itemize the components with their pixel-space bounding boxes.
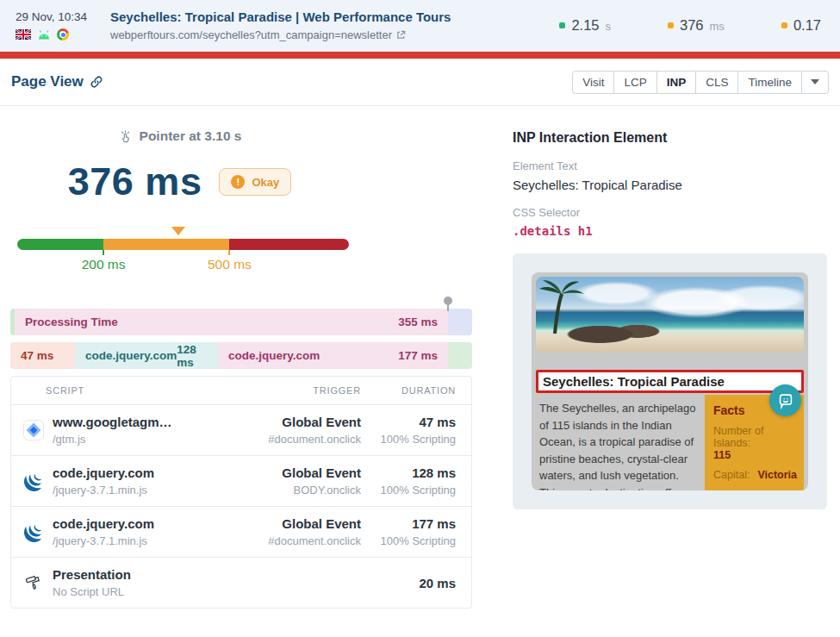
chevron-down-icon xyxy=(811,79,819,84)
page-view-heading: Page View xyxy=(11,73,103,91)
tab-lcp[interactable]: LCP xyxy=(613,71,656,94)
good-threshold-label: 200 ms xyxy=(82,257,126,272)
value-marker-icon xyxy=(171,227,185,235)
fact-row: Capital: Victoria xyxy=(713,469,797,481)
trigger-type: Global Event xyxy=(223,516,361,531)
script-table: Script Trigger Duration www.googletagm… … xyxy=(10,376,472,609)
status-badge-label: Okay xyxy=(252,176,279,189)
trigger-type: Global Event xyxy=(223,415,361,429)
script-path: /jquery-3.7.1.min.js xyxy=(53,484,223,496)
script-path: /jquery-3.7.1.min.js xyxy=(53,534,223,547)
poor-threshold-label: 500 ms xyxy=(208,257,252,272)
metric-unit: s xyxy=(606,20,612,33)
beach-photo xyxy=(536,277,804,353)
alert-circle-icon: ! xyxy=(231,175,245,189)
script-path: /gtm.js xyxy=(53,433,223,446)
duration-value: 20 ms xyxy=(361,576,456,590)
trigger-detail: #document.onclick xyxy=(223,433,361,446)
uk-flag-icon xyxy=(16,29,31,40)
fact-row: Number of Islands: 115 xyxy=(713,425,797,461)
status-badge: ! Okay xyxy=(219,168,291,196)
table-row[interactable]: www.googletagm… /gtm.js Global Event #do… xyxy=(11,404,471,455)
metric-inp[interactable]: 376 ms xyxy=(668,17,725,34)
chrome-icon xyxy=(57,28,69,41)
jquery-icon xyxy=(24,472,44,491)
palm-tree-icon xyxy=(538,278,588,334)
inp-threshold-scale: 200 ms 500 ms xyxy=(17,239,349,276)
duration-detail: 100% Scripting xyxy=(361,534,456,547)
pointer-tap-icon xyxy=(118,129,133,144)
preview-body-text: The Seychelles, an archipelago of 115 is… xyxy=(536,395,705,490)
col-trigger: Trigger xyxy=(223,385,361,396)
metric-value: 2.15 xyxy=(571,17,599,34)
script-segment-gtm[interactable]: 47 ms xyxy=(10,342,75,369)
interaction-breakdown-bars: Processing Time 355 ms 47 ms code.jquery… xyxy=(10,309,472,369)
trigger-detail: #document.onclick xyxy=(223,534,361,547)
end-segment xyxy=(448,342,472,369)
trigger-type: Global Event xyxy=(223,465,361,480)
warn-status-dot xyxy=(668,22,674,28)
presentation-pin-icon xyxy=(444,297,452,305)
chat-smiley-icon xyxy=(776,391,795,410)
trigger-detail: BODY.onclick xyxy=(223,484,361,496)
table-row[interactable]: Presentation No Script URL 20 ms xyxy=(11,557,471,608)
inp-value: 376 ms xyxy=(68,159,202,204)
tab-inp[interactable]: INP xyxy=(656,71,697,94)
table-row[interactable]: code.jquery.com /jquery-3.7.1.min.js Glo… xyxy=(11,506,471,557)
metric-value: 0.17 xyxy=(793,17,821,34)
tab-timeline[interactable]: Timeline xyxy=(737,71,802,94)
fact-row: Language: Seychellois Creole, English xyxy=(713,489,797,490)
panel-title: INP Interaction Element xyxy=(513,130,827,146)
external-link-icon[interactable] xyxy=(396,30,406,40)
processing-value: 355 ms xyxy=(398,315,438,328)
page-preview-card: Seychelles: Tropical Paradise The Seyche… xyxy=(532,272,808,490)
google-tag-manager-icon xyxy=(23,420,44,440)
duration-detail: 100% Scripting xyxy=(361,433,456,446)
col-script: Script xyxy=(46,385,223,396)
link-icon[interactable] xyxy=(90,75,103,89)
metric-value: 376 xyxy=(680,17,704,34)
page-url[interactable]: webperftours.com/seychelles?utm_campaign… xyxy=(110,28,392,41)
element-text-label: Element Text xyxy=(513,159,827,172)
feedback-chat-button[interactable] xyxy=(769,384,801,416)
more-tabs-button[interactable] xyxy=(801,71,829,94)
script-name: Presentation xyxy=(53,567,223,582)
good-status-dot xyxy=(559,22,565,28)
test-date: 29 Nov, 10:34 xyxy=(16,10,102,23)
view-toolbar: Page View Visit LCP INP CLS Timeline xyxy=(0,59,840,106)
col-duration: Duration xyxy=(361,385,456,396)
duration-value: 177 ms xyxy=(361,516,456,531)
scale-needs-improvement-segment xyxy=(103,239,229,250)
processing-label: Processing Time xyxy=(25,315,118,328)
page-view-label: Page View xyxy=(11,73,84,91)
element-text-value: Seychelles: Tropical Paradise xyxy=(513,178,827,192)
css-selector-label: CSS Selector xyxy=(513,206,827,219)
script-name: code.jquery.com xyxy=(53,465,223,480)
timeline-alert-bar xyxy=(0,52,840,59)
script-name: code.jquery.com xyxy=(53,516,223,531)
element-screenshot-preview: Seychelles: Tropical Paradise The Seyche… xyxy=(513,253,827,509)
top-header: 29 Nov, 10:34 Seychelles: Tropical Parad… xyxy=(0,0,840,52)
interaction-type-label: Pointer at 3.10 s xyxy=(140,128,242,144)
paint-roller-icon xyxy=(22,571,44,593)
jquery-icon xyxy=(24,522,44,542)
css-selector-value: .details h1 xyxy=(513,224,827,238)
metric-unit: ms xyxy=(710,20,725,33)
scale-poor-segment xyxy=(229,239,349,250)
script-segment-jquery-2[interactable]: code.jquery.com 177 ms xyxy=(218,342,448,369)
processing-time-bar[interactable]: Processing Time 355 ms xyxy=(10,309,472,335)
duration-value: 47 ms xyxy=(361,415,456,429)
script-path: No Script URL xyxy=(53,585,223,598)
tab-visit[interactable]: Visit xyxy=(572,71,614,94)
inp-element-highlight[interactable]: Seychelles: Tropical Paradise xyxy=(536,370,804,393)
page-title: Seychelles: Tropical Paradise | Web Perf… xyxy=(110,9,451,24)
script-attribution-bar[interactable]: 47 ms code.jquery.com 128 ms code.jquery… xyxy=(10,342,472,369)
script-name: www.googletagm… xyxy=(53,415,223,429)
tab-cls[interactable]: CLS xyxy=(695,71,738,94)
script-segment-jquery-1[interactable]: code.jquery.com 128 ms xyxy=(75,342,218,369)
warn-status-dot xyxy=(781,22,787,28)
metric-cls[interactable]: 0.17 xyxy=(781,17,821,34)
table-row[interactable]: code.jquery.com /jquery-3.7.1.min.js Glo… xyxy=(11,455,471,506)
metric-lcp[interactable]: 2.15 s xyxy=(559,17,611,34)
table-header-row: Script Trigger Duration xyxy=(11,377,471,404)
